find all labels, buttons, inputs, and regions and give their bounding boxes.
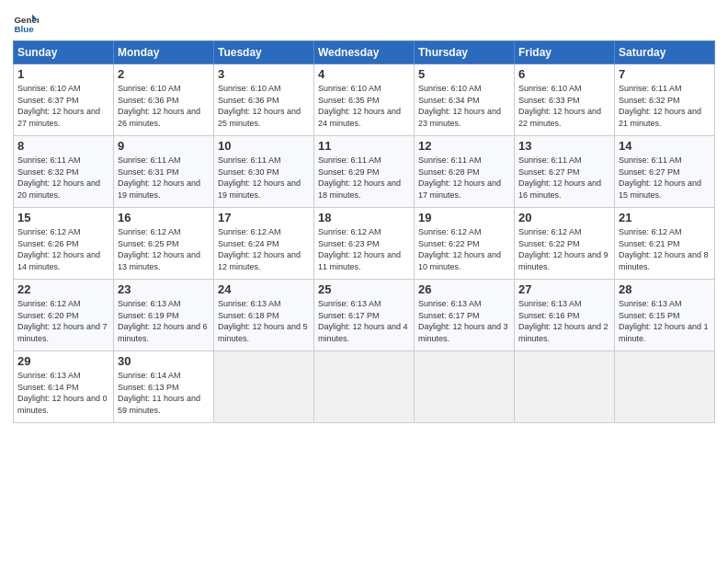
day-info: Sunrise: 6:13 AMSunset: 6:15 PMDaylight:… <box>619 298 711 344</box>
day-info: Sunrise: 6:12 AMSunset: 6:26 PMDaylight:… <box>17 226 109 272</box>
calendar-cell: 22Sunrise: 6:12 AMSunset: 6:20 PMDayligh… <box>14 280 114 351</box>
day-info: Sunrise: 6:11 AMSunset: 6:27 PMDaylight:… <box>518 155 610 201</box>
day-number: 7 <box>619 67 711 81</box>
calendar-week-row: 29Sunrise: 6:13 AMSunset: 6:14 PMDayligh… <box>14 351 715 423</box>
day-number: 11 <box>318 139 410 153</box>
day-number: 14 <box>619 139 711 153</box>
calendar-cell <box>515 351 615 423</box>
day-info: Sunrise: 6:11 AMSunset: 6:28 PMDaylight:… <box>418 155 510 201</box>
day-info: Sunrise: 6:12 AMSunset: 6:22 PMDaylight:… <box>418 226 510 272</box>
day-info: Sunrise: 6:10 AMSunset: 6:33 PMDaylight:… <box>518 83 610 129</box>
day-number: 15 <box>17 211 109 224</box>
calendar-week-row: 22Sunrise: 6:12 AMSunset: 6:20 PMDayligh… <box>14 280 715 351</box>
calendar-cell: 30Sunrise: 6:14 AMSunset: 6:13 PMDayligh… <box>114 351 214 423</box>
header-saturday: Saturday <box>615 41 715 64</box>
calendar-cell: 20Sunrise: 6:12 AMSunset: 6:22 PMDayligh… <box>515 208 615 280</box>
calendar-cell: 11Sunrise: 6:11 AMSunset: 6:29 PMDayligh… <box>314 136 415 208</box>
day-number: 30 <box>118 354 210 368</box>
day-number: 21 <box>619 211 711 224</box>
day-info: Sunrise: 6:13 AMSunset: 6:16 PMDaylight:… <box>518 298 610 344</box>
day-info: Sunrise: 6:13 AMSunset: 6:17 PMDaylight:… <box>318 298 410 344</box>
svg-text:Blue: Blue <box>14 24 34 34</box>
calendar-cell: 26Sunrise: 6:13 AMSunset: 6:17 PMDayligh… <box>415 280 515 351</box>
calendar-cell: 1Sunrise: 6:10 AMSunset: 6:37 PMDaylight… <box>14 64 114 136</box>
calendar-cell: 7Sunrise: 6:11 AMSunset: 6:32 PMDaylight… <box>615 64 715 136</box>
calendar-cell: 2Sunrise: 6:10 AMSunset: 6:36 PMDaylight… <box>114 64 214 136</box>
calendar-cell: 3Sunrise: 6:10 AMSunset: 6:36 PMDaylight… <box>214 64 314 136</box>
day-number: 5 <box>418 67 510 81</box>
day-info: Sunrise: 6:12 AMSunset: 6:21 PMDaylight:… <box>619 226 711 272</box>
day-info: Sunrise: 6:11 AMSunset: 6:32 PMDaylight:… <box>619 83 711 129</box>
day-number: 20 <box>518 211 610 224</box>
logo-icon: General Blue <box>13 9 39 35</box>
calendar-cell: 17Sunrise: 6:12 AMSunset: 6:24 PMDayligh… <box>214 208 314 280</box>
header-monday: Monday <box>114 41 214 64</box>
day-info: Sunrise: 6:11 AMSunset: 6:29 PMDaylight:… <box>318 155 410 201</box>
day-info: Sunrise: 6:10 AMSunset: 6:36 PMDaylight:… <box>118 83 210 129</box>
calendar-cell: 8Sunrise: 6:11 AMSunset: 6:32 PMDaylight… <box>14 136 114 208</box>
calendar-week-row: 1Sunrise: 6:10 AMSunset: 6:37 PMDaylight… <box>14 64 715 136</box>
day-info: Sunrise: 6:11 AMSunset: 6:32 PMDaylight:… <box>17 155 109 201</box>
calendar-cell: 25Sunrise: 6:13 AMSunset: 6:17 PMDayligh… <box>314 280 415 351</box>
calendar-cell: 16Sunrise: 6:12 AMSunset: 6:25 PMDayligh… <box>114 208 214 280</box>
day-info: Sunrise: 6:10 AMSunset: 6:36 PMDaylight:… <box>218 83 310 129</box>
day-number: 13 <box>518 139 610 153</box>
calendar-cell: 12Sunrise: 6:11 AMSunset: 6:28 PMDayligh… <box>415 136 515 208</box>
day-number: 27 <box>518 282 610 296</box>
day-number: 26 <box>418 282 510 296</box>
day-info: Sunrise: 6:11 AMSunset: 6:27 PMDaylight:… <box>619 155 711 201</box>
header-sunday: Sunday <box>14 41 114 64</box>
calendar-cell <box>415 351 515 423</box>
calendar-cell: 9Sunrise: 6:11 AMSunset: 6:31 PMDaylight… <box>114 136 214 208</box>
calendar-week-row: 15Sunrise: 6:12 AMSunset: 6:26 PMDayligh… <box>14 208 715 280</box>
day-number: 16 <box>118 211 210 224</box>
day-number: 22 <box>17 282 109 296</box>
day-number: 2 <box>118 67 210 81</box>
header-wednesday: Wednesday <box>314 41 415 64</box>
day-info: Sunrise: 6:12 AMSunset: 6:20 PMDaylight:… <box>17 298 109 344</box>
calendar-cell <box>214 351 314 423</box>
day-number: 25 <box>318 282 410 296</box>
day-number: 12 <box>418 139 510 153</box>
day-info: Sunrise: 6:12 AMSunset: 6:23 PMDaylight:… <box>318 226 410 272</box>
day-info: Sunrise: 6:14 AMSunset: 6:13 PMDaylight:… <box>118 370 210 416</box>
calendar-cell: 23Sunrise: 6:13 AMSunset: 6:19 PMDayligh… <box>114 280 214 351</box>
day-number: 8 <box>17 139 109 153</box>
calendar-cell: 29Sunrise: 6:13 AMSunset: 6:14 PMDayligh… <box>14 351 114 423</box>
calendar-cell: 21Sunrise: 6:12 AMSunset: 6:21 PMDayligh… <box>615 208 715 280</box>
calendar-cell: 19Sunrise: 6:12 AMSunset: 6:22 PMDayligh… <box>415 208 515 280</box>
day-info: Sunrise: 6:12 AMSunset: 6:22 PMDaylight:… <box>518 226 610 272</box>
calendar-table: Sunday Monday Tuesday Wednesday Thursday… <box>13 40 715 423</box>
day-info: Sunrise: 6:13 AMSunset: 6:19 PMDaylight:… <box>118 298 210 344</box>
day-info: Sunrise: 6:12 AMSunset: 6:25 PMDaylight:… <box>118 226 210 272</box>
calendar-week-row: 8Sunrise: 6:11 AMSunset: 6:32 PMDaylight… <box>14 136 715 208</box>
day-number: 28 <box>619 282 711 296</box>
header-thursday: Thursday <box>415 41 515 64</box>
day-number: 3 <box>218 67 310 81</box>
day-info: Sunrise: 6:10 AMSunset: 6:35 PMDaylight:… <box>318 83 410 129</box>
calendar-cell: 13Sunrise: 6:11 AMSunset: 6:27 PMDayligh… <box>515 136 615 208</box>
day-number: 23 <box>118 282 210 296</box>
header: General Blue <box>13 9 715 35</box>
day-number: 1 <box>17 67 109 81</box>
day-number: 17 <box>218 211 310 224</box>
calendar-cell: 4Sunrise: 6:10 AMSunset: 6:35 PMDaylight… <box>314 64 415 136</box>
day-info: Sunrise: 6:13 AMSunset: 6:17 PMDaylight:… <box>418 298 510 344</box>
day-info: Sunrise: 6:13 AMSunset: 6:18 PMDaylight:… <box>218 298 310 344</box>
main-container: General Blue Sunday Monday Tuesday Wedne… <box>0 0 728 432</box>
day-number: 6 <box>518 67 610 81</box>
calendar-cell: 15Sunrise: 6:12 AMSunset: 6:26 PMDayligh… <box>14 208 114 280</box>
calendar-cell: 5Sunrise: 6:10 AMSunset: 6:34 PMDaylight… <box>415 64 515 136</box>
days-header-row: Sunday Monday Tuesday Wednesday Thursday… <box>14 41 715 64</box>
header-tuesday: Tuesday <box>214 41 314 64</box>
calendar-cell: 14Sunrise: 6:11 AMSunset: 6:27 PMDayligh… <box>615 136 715 208</box>
calendar-cell <box>615 351 715 423</box>
day-number: 9 <box>118 139 210 153</box>
day-number: 10 <box>218 139 310 153</box>
calendar-cell <box>314 351 415 423</box>
day-number: 19 <box>418 211 510 224</box>
calendar-cell: 24Sunrise: 6:13 AMSunset: 6:18 PMDayligh… <box>214 280 314 351</box>
header-friday: Friday <box>515 41 615 64</box>
calendar-cell: 10Sunrise: 6:11 AMSunset: 6:30 PMDayligh… <box>214 136 314 208</box>
day-number: 18 <box>318 211 410 224</box>
